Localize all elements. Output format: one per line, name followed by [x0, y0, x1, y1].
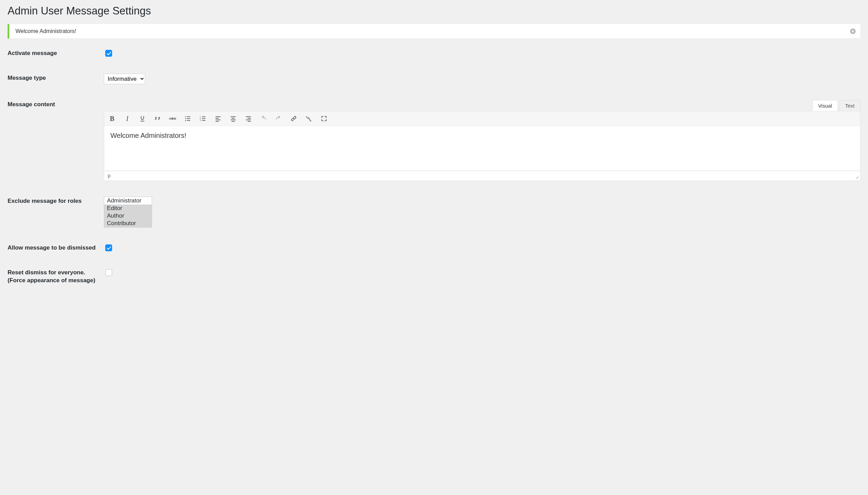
dismiss-notice-button[interactable]: [849, 28, 856, 35]
exclude-roles-select[interactable]: Administrator Editor Author Contributor: [104, 197, 152, 228]
role-option[interactable]: Administrator: [104, 197, 152, 205]
row-content: Message content Visual Text B I ABC 123 …: [8, 100, 860, 181]
svg-rect-15: [216, 120, 221, 120]
message-type-select[interactable]: Informative: [104, 74, 145, 84]
italic-icon[interactable]: I: [123, 114, 132, 123]
svg-rect-17: [231, 117, 236, 117]
svg-rect-19: [231, 120, 236, 120]
svg-rect-23: [246, 120, 251, 120]
svg-point-3: [185, 118, 186, 119]
label-type: Message type: [8, 74, 104, 82]
svg-rect-22: [248, 118, 251, 119]
row-dismiss: Allow message to be dismissed: [8, 243, 860, 252]
editor: Visual Text B I ABC 123 Welcome Administ…: [104, 100, 860, 181]
align-left-icon[interactable]: [214, 114, 223, 123]
row-exclude: Exclude message for roles Administrator …: [8, 197, 860, 228]
role-option[interactable]: Contributor: [104, 220, 152, 227]
svg-rect-2: [187, 117, 190, 117]
editor-tab-visual[interactable]: Visual: [812, 100, 838, 111]
label-reset: Reset dismiss for everyone. (Force appea…: [8, 268, 104, 285]
label-content: Message content: [8, 100, 104, 109]
unlink-icon[interactable]: [304, 114, 313, 123]
label-dismiss: Allow message to be dismissed: [8, 243, 104, 252]
role-option[interactable]: Author: [104, 212, 152, 220]
svg-rect-8: [202, 117, 205, 117]
svg-rect-20: [231, 121, 235, 122]
editor-tab-text[interactable]: Text: [839, 100, 860, 111]
numbered-list-icon[interactable]: 123: [198, 114, 207, 123]
editor-toolbar: B I ABC 123: [104, 111, 860, 126]
svg-point-1: [185, 116, 186, 117]
row-reset: Reset dismiss for everyone. (Force appea…: [8, 268, 860, 285]
svg-rect-18: [231, 118, 235, 119]
svg-point-5: [185, 120, 186, 121]
blockquote-icon[interactable]: [153, 114, 162, 123]
bold-icon[interactable]: B: [108, 114, 117, 123]
page-title: Admin User Message Settings: [8, 5, 860, 17]
bullet-list-icon[interactable]: [183, 114, 192, 123]
undo-icon[interactable]: [259, 114, 268, 123]
redo-icon[interactable]: [274, 114, 283, 123]
role-option[interactable]: Editor: [104, 205, 152, 212]
link-icon[interactable]: [289, 114, 298, 123]
strikethrough-icon[interactable]: ABC: [168, 114, 177, 123]
admin-notice: Welcome Administrators!: [8, 24, 860, 38]
admin-notice-text: Welcome Administrators!: [15, 28, 76, 34]
svg-rect-13: [216, 117, 221, 117]
svg-rect-21: [246, 117, 251, 117]
svg-text:3: 3: [200, 119, 201, 121]
dismiss-checkbox[interactable]: [105, 244, 112, 251]
svg-rect-12: [202, 120, 205, 121]
row-activate: Activate message: [8, 49, 860, 58]
reset-checkbox[interactable]: [105, 269, 112, 276]
align-center-icon[interactable]: [229, 114, 238, 123]
label-exclude: Exclude message for roles: [8, 197, 104, 205]
align-right-icon[interactable]: [244, 114, 253, 123]
svg-rect-24: [248, 121, 251, 122]
underline-icon[interactable]: [138, 114, 147, 123]
close-icon: [850, 28, 856, 34]
svg-rect-14: [216, 118, 219, 119]
svg-rect-4: [187, 118, 190, 119]
row-type: Message type Informative: [8, 74, 860, 84]
editor-tabs: Visual Text: [104, 100, 860, 111]
svg-rect-10: [202, 118, 205, 119]
svg-rect-6: [187, 120, 190, 121]
label-activate: Activate message: [8, 49, 104, 57]
editor-status-path: p: [104, 171, 860, 181]
editor-content[interactable]: Welcome Administrators!: [104, 126, 860, 171]
svg-rect-16: [216, 121, 219, 122]
activate-checkbox[interactable]: [105, 50, 112, 57]
fullscreen-icon[interactable]: [319, 114, 328, 123]
